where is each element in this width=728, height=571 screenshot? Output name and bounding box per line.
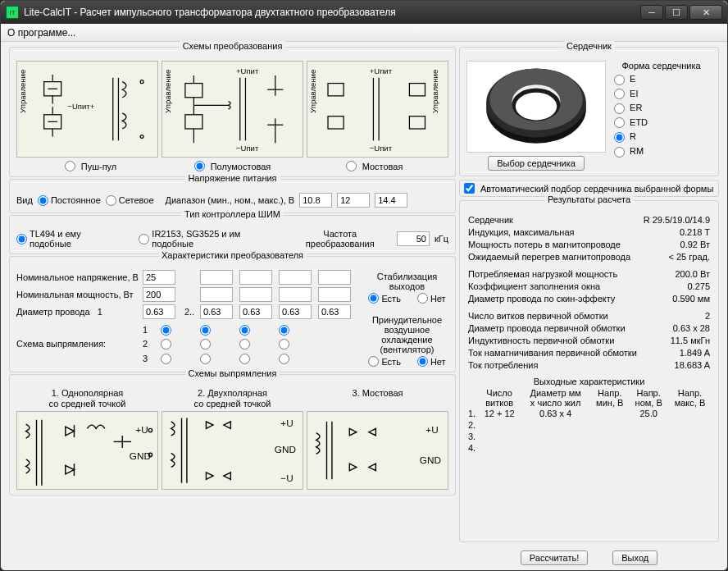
rs-1-4[interactable] (279, 325, 289, 336)
minimize-button[interactable]: ─ (640, 5, 663, 20)
svg-text:−Uпит: −Uпит (370, 144, 393, 153)
nom-v-3[interactable] (239, 270, 272, 285)
stab-label: Стабилизация выходов (366, 272, 448, 291)
stab-no[interactable]: Нет (417, 293, 446, 304)
svg-marker-55 (206, 422, 213, 429)
core-legend: Сердечник (563, 41, 615, 51)
group-conv: Характеристики преобразователя Номинальн… (9, 256, 456, 372)
calc-button[interactable]: Рассчитать! (521, 550, 588, 565)
rs-3-2[interactable] (200, 354, 211, 364)
nom-p-2[interactable] (200, 287, 233, 302)
radio-halfbridge[interactable]: Полумостовая (162, 161, 303, 171)
shape-ETD[interactable]: ETD (614, 117, 712, 129)
stab-yes[interactable]: Есть (368, 293, 400, 304)
nom-p-3[interactable] (239, 287, 272, 302)
titlebar[interactable]: IT Lite-CalcIT - Расчет импульсного тран… (1, 1, 727, 24)
nom-p-5[interactable] (318, 287, 351, 302)
wire-d4[interactable] (279, 304, 312, 319)
nom-v-4[interactable] (279, 270, 312, 285)
svg-marker-56 (206, 473, 213, 480)
supply-legend: Напряжение питания (184, 173, 280, 183)
radio-bridge[interactable]: Мостовая (303, 161, 445, 171)
svg-text:+U: +U (425, 424, 438, 435)
svg-rect-37 (410, 83, 425, 95)
group-rect: Схемы выпрямления 1. Однополярнаясо сред… (9, 374, 456, 496)
wire-d2[interactable] (200, 304, 233, 319)
shape-ER[interactable]: ER (614, 103, 712, 114)
nom-p-input[interactable] (143, 287, 175, 302)
svg-text:GND: GND (130, 450, 151, 461)
shape-E[interactable]: E (614, 74, 712, 85)
table-row: 1.12 + 120.63 x 425.0 (466, 408, 712, 419)
group-schemes: Схемы преобразования Управление −Uпит+ (9, 47, 456, 177)
supply-min-input[interactable] (299, 193, 332, 208)
nom-p-4[interactable] (279, 287, 312, 302)
auto-core-label: Автоматический подбор сердечника выбранн… (480, 184, 713, 194)
radio-pushpull[interactable]: Пуш-пул (20, 161, 162, 171)
svg-point-13 (140, 135, 143, 139)
exit-button[interactable]: Выход (612, 550, 657, 565)
radio-dc[interactable]: Постоянное (38, 195, 101, 206)
nom-v-2[interactable] (200, 270, 233, 285)
radio-tl494[interactable]: TL494 и ему подобные (16, 229, 124, 249)
wire-d3[interactable] (239, 304, 272, 319)
rs-3-4[interactable] (279, 354, 289, 364)
shape-EI[interactable]: EI (614, 89, 712, 100)
shape-R[interactable]: R (614, 131, 712, 143)
supply-nom-input[interactable] (337, 193, 370, 208)
svg-text:+Uпит: +Uпит (370, 66, 393, 75)
freq-unit: кГц (435, 234, 448, 244)
svg-rect-17 (185, 83, 202, 97)
rs-2-3[interactable] (239, 339, 250, 349)
menu-about[interactable]: О программе... (7, 27, 75, 39)
supply-kind-label: Вид (16, 195, 33, 205)
svg-marker-58 (224, 473, 231, 480)
forced-no[interactable]: Нет (417, 356, 446, 367)
scheme-pushpull-image: Управление −Uпит+ (16, 61, 158, 158)
rs-2-4[interactable] (279, 339, 289, 349)
rs-1-2[interactable] (200, 325, 211, 336)
svg-rect-38 (410, 116, 425, 129)
nom-v-label: Номинальное напряжение, В (16, 272, 139, 282)
freq-label: Частота преобразования (288, 229, 391, 249)
close-button[interactable]: ✕ (689, 5, 722, 20)
forced-label1: Принудительное воздушное (366, 315, 448, 335)
rs-2-2[interactable] (200, 339, 211, 349)
forced-yes[interactable]: Есть (368, 356, 400, 367)
svg-marker-65 (349, 464, 357, 471)
svg-marker-66 (369, 428, 376, 436)
svg-text:+U: +U (280, 418, 293, 428)
rs-3-3[interactable] (239, 354, 250, 364)
pwm-legend: Тип контроллера ШИМ (181, 209, 284, 219)
rect-img-1: +U GND (16, 411, 158, 490)
group-supply: Напряжение питания Вид Постоянное Сетево… (9, 179, 456, 213)
window-title: Lite-CalcIT - Расчет импульсного трансфо… (24, 7, 640, 18)
svg-text:−Uпит+: −Uпит+ (68, 102, 95, 111)
supply-max-input[interactable] (375, 193, 407, 208)
group-core: Сердечник (459, 47, 719, 176)
svg-rect-36 (328, 116, 344, 129)
auto-core-checkbox[interactable] (464, 183, 475, 194)
radio-ac[interactable]: Сетевое (106, 195, 154, 206)
radio-ir2153[interactable]: IR2153, SG3525 и им подобные (139, 229, 283, 249)
svg-text:Управление: Управление (166, 70, 172, 113)
svg-text:GND: GND (275, 444, 296, 455)
rs-1-3[interactable] (239, 325, 250, 336)
nom-v-5[interactable] (318, 270, 351, 285)
rs-1-1[interactable] (161, 325, 171, 336)
maximize-button[interactable]: ☐ (665, 5, 688, 20)
svg-marker-45 (66, 465, 75, 474)
rs-3-1[interactable] (161, 354, 171, 364)
forced-label2: охлаждение (вентилятор) (366, 335, 448, 354)
freq-input[interactable] (397, 231, 430, 246)
svg-point-75 (516, 93, 557, 121)
wire-d1[interactable] (143, 304, 175, 319)
select-core-button[interactable]: Выбор сердечника (488, 156, 585, 171)
rs-2-1[interactable] (161, 339, 171, 349)
wire-d5[interactable] (318, 304, 351, 319)
nom-v-input[interactable] (143, 270, 175, 285)
svg-text:Управление: Управление (311, 70, 317, 113)
rect-img-3: +U GND (307, 411, 448, 490)
svg-point-51 (148, 428, 152, 432)
shape-RM[interactable]: RM (614, 146, 712, 158)
